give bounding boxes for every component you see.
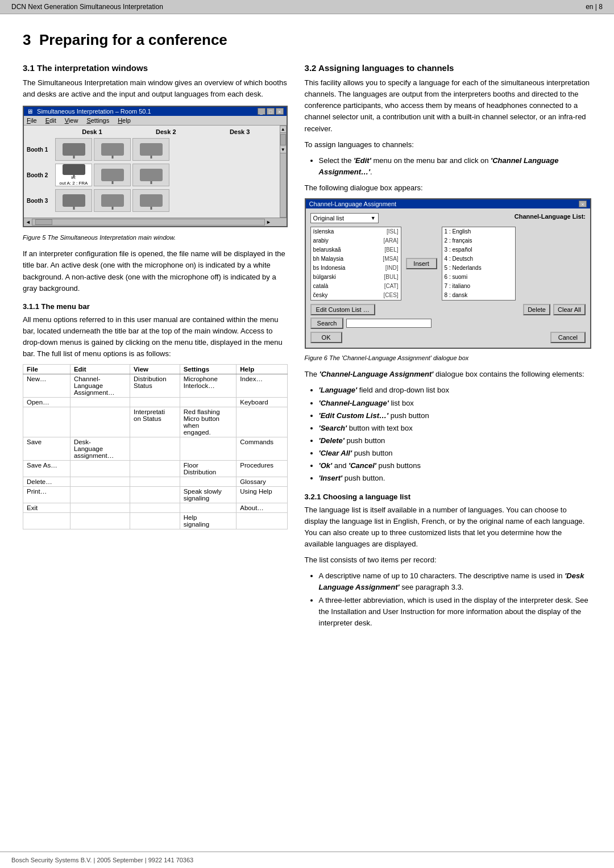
section-31-body2: If an interpreter configuration file is … — [23, 248, 288, 294]
sim-booth2-desk3 — [132, 164, 169, 186]
language-list-box[interactable]: íslenska [ISL] arabiy [ARA] belaruskaã [… — [310, 227, 401, 301]
footer-bar: Bosch Security Systems B.V. | 2005 Septe… — [0, 852, 614, 868]
table-row: Open… Keyboard — [23, 398, 288, 407]
sim-desk-icon — [63, 143, 85, 156]
search-input[interactable] — [346, 319, 432, 328]
list-item[interactable]: 7 : italiano — [442, 282, 515, 291]
section-32-body2: To assign languages to channels: — [305, 139, 591, 151]
maximize-button[interactable]: □ — [267, 108, 275, 115]
dialog-top-row: Original list ▼ Channel-Language List: — [310, 213, 586, 223]
sim-menu-bar: File Edit View Settings Help — [24, 116, 287, 126]
channel-language-dialog: Channel-Language Assignment × Original l… — [305, 198, 591, 349]
scroll-down-arrow[interactable]: ▼ — [280, 147, 286, 153]
list-item[interactable]: bùlgarski [BUL] — [311, 273, 401, 282]
sim-menu-file[interactable]: File — [27, 117, 37, 124]
list-item[interactable]: íslenska [ISL] — [311, 227, 401, 236]
sim-desk-icon — [140, 169, 163, 181]
section-321-list: A descriptive name of up to 10 character… — [305, 570, 591, 629]
ok-button[interactable]: OK — [310, 332, 342, 343]
sim-menu-edit[interactable]: Edit — [45, 117, 56, 124]
footer-text: Bosch Security Systems B.V. | 2005 Septe… — [11, 857, 193, 863]
delete-button[interactable]: Delete — [523, 304, 550, 315]
list-item: 'Delete' push button — [319, 435, 591, 446]
section-32-body3: The following dialogue box appears: — [305, 182, 591, 194]
table-row: Save As… FloorDistribution Procedures — [23, 461, 288, 477]
list-item[interactable]: 6 : suomi — [442, 273, 515, 282]
win-controls: _ □ × — [258, 108, 284, 115]
col-edit: Edit — [70, 365, 130, 374]
sim-menu-settings[interactable]: Settings — [86, 117, 109, 124]
sim-menu-view[interactable]: View — [65, 117, 78, 124]
right-column: 3.2 Assigning languages to channels This… — [305, 63, 591, 633]
table-row: Exit About… — [23, 503, 288, 513]
section-321-heading: 3.2.1 Choosing a language list — [305, 493, 591, 501]
sim-booth1-desk2 — [94, 138, 131, 161]
table-row: Interpretation Status Red flashingMicro … — [23, 407, 288, 437]
dialog-lists-row: íslenska [ISL] arabiy [ARA] belaruskaã [… — [310, 227, 586, 301]
sim-booth3-desk2 — [94, 189, 131, 212]
dialog-close-button[interactable]: × — [579, 201, 587, 207]
scroll-thumb[interactable] — [280, 134, 286, 145]
sim-desk-icon — [63, 194, 85, 207]
clear-all-button[interactable]: Clear All — [553, 304, 586, 315]
channel-list-box[interactable]: 1 : English 2 : français 3 : español 4 :… — [442, 227, 516, 301]
sim-horizontal-scrollbar[interactable] — [32, 219, 265, 226]
section-311-heading: 3.1.1 The menu bar — [23, 302, 288, 311]
search-button[interactable]: Search — [310, 318, 344, 329]
dialog-elements-list: 'Language' field and drop-down list box … — [305, 385, 591, 484]
table-row: New… Channel-LanguageAssignment… Distrib… — [23, 374, 288, 398]
list-item: 'Clear All' push button — [319, 448, 591, 459]
dialog-body: Original list ▼ Channel-Language List: í… — [306, 208, 590, 348]
list-item[interactable]: belaruskaã [BEL] — [311, 245, 401, 254]
sim-booth2-row: Booth 2 in: out A: 2 : FRA — [27, 164, 277, 186]
minimize-button[interactable]: _ — [258, 108, 265, 115]
sim-desk-icon — [101, 169, 124, 181]
table-header-row: File Edit View Settings Help — [23, 365, 288, 374]
list-item[interactable]: arabiy [ARA] — [311, 236, 401, 245]
list-item[interactable]: bs Indonesia [IND] — [311, 264, 401, 273]
sim-vertical-scrollbar[interactable]: ▲ ▼ — [280, 126, 287, 218]
bullet-item: Select the 'Edit' menu on the menu bar a… — [319, 155, 591, 178]
list-item[interactable]: bh Malaysia [MSA] — [311, 254, 401, 264]
simulation-window: 🖥 Simultaneous Interpretation – Room 50.… — [23, 106, 288, 227]
sim-title-text: 🖥 Simultaneous Interpretation – Room 50.… — [27, 108, 151, 115]
header-title: DCN Next Generation Simultaneous Interpr… — [11, 3, 163, 11]
sim-h-scroll-thumb[interactable] — [35, 219, 52, 225]
sim-booth2-desk1: in: out A: 2 : FRA — [55, 164, 92, 186]
sim-booth1-desk1 — [55, 138, 92, 161]
edit-custom-list-button[interactable]: Edit Custom List … — [310, 304, 375, 315]
list-item[interactable]: 2 : français — [442, 236, 515, 245]
sim-booth2-desk2 — [94, 164, 131, 186]
close-button[interactable]: × — [276, 108, 284, 115]
scroll-up-arrow[interactable]: ▲ — [280, 126, 286, 133]
insert-button[interactable]: Insert — [406, 258, 437, 269]
section-311-body: All menu options referred to in this use… — [23, 314, 288, 360]
section-31-body1: The Simultaneous Interpretation main win… — [23, 77, 288, 100]
scroll-left-arrow[interactable]: ◄ — [26, 219, 31, 225]
sim-main-area: Desk 1 Desk 2 Desk 3 Booth 1 — [24, 126, 280, 218]
fig6-caption: Figure 6 The 'Channel-Language Assignmen… — [305, 353, 591, 363]
section-32-heading: 3.2 Assigning languages to channels — [305, 63, 591, 73]
cancel-button[interactable]: Cancel — [550, 332, 586, 343]
sim-menu-help[interactable]: Help — [118, 117, 131, 124]
header-page: en | 8 — [586, 3, 603, 11]
section-32-body1: This facility allows you to specify a la… — [305, 77, 591, 135]
original-list-dropdown[interactable]: Original list ▼ — [310, 213, 379, 223]
list-item[interactable]: 8 : dansk — [442, 291, 515, 300]
list-item: A descriptive name of up to 10 character… — [319, 570, 591, 593]
sim-desk-icon — [101, 143, 124, 156]
table-row: Delete… Glossary — [23, 477, 288, 487]
list-item: A three-letter abbreviation, which is us… — [319, 595, 591, 629]
list-item[interactable]: 1 : English — [442, 227, 515, 236]
list-item[interactable]: 4 : Deutsch — [442, 254, 515, 264]
sim-booth1-row: Booth 1 — [27, 138, 277, 161]
list-item: 'Search' button with text box — [319, 423, 591, 434]
list-item[interactable]: česky [CES] — [311, 291, 401, 300]
sim-desk-icon — [140, 194, 163, 207]
list-item[interactable]: català [CAT] — [311, 282, 401, 291]
list-item[interactable]: 5 : Nederlands — [442, 264, 515, 273]
list-item: 'Insert' push button. — [319, 473, 591, 484]
list-item[interactable]: 3 : español — [442, 245, 515, 254]
col-view: View — [130, 365, 180, 374]
scroll-right-arrow[interactable]: ► — [266, 219, 271, 225]
